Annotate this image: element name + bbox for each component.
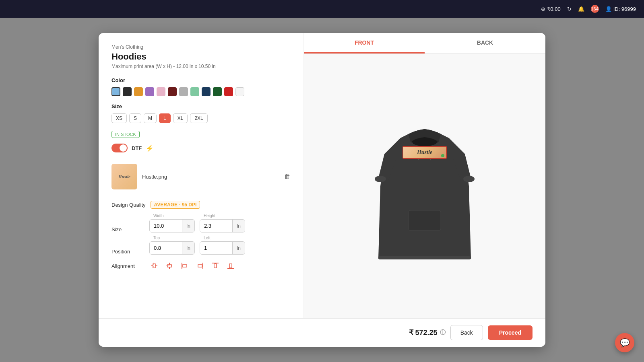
svg-rect-2 [153,264,155,268]
dtf-toggle[interactable] [111,144,128,152]
height-input-group: In [200,219,245,232]
top-input-group: In [149,241,195,255]
alignment-buttons [149,261,235,271]
svg-point-21 [375,176,386,182]
top-input[interactable] [150,242,182,254]
align-vertical-center-button[interactable] [165,261,174,271]
hoodie-image [368,106,481,267]
width-wrapper: Width In [149,217,195,232]
tab-back[interactable]: BACK [425,33,545,53]
left-wrapper: Left In [200,239,245,255]
refresh-item[interactable]: ↻ [567,6,572,12]
height-input[interactable] [200,220,232,232]
svg-rect-13 [214,264,217,268]
design-thumbnail: Hustle [111,164,137,189]
size-field-label: Size [111,217,140,232]
color-section: Color [111,77,291,96]
size-buttons: XS S M L XL 2XL [111,113,291,123]
left-input[interactable] [200,242,232,254]
align-bottom-button[interactable] [226,261,235,271]
color-swatch-7[interactable] [179,87,188,96]
size-xl[interactable]: XL [173,113,188,123]
color-swatch-8[interactable] [190,87,199,96]
color-swatch-5[interactable] [157,87,165,96]
align-top-button[interactable] [211,261,220,271]
tab-front[interactable]: FRONT [304,33,425,53]
refresh-icon: ↻ [567,6,572,12]
right-panel: FRONT BACK [304,33,545,318]
design-overlay[interactable]: Hustle [402,146,447,159]
align-right-button[interactable] [195,261,205,271]
user-id: ID: 96999 [613,6,636,12]
color-swatches [111,87,291,96]
user-icon: 👤 [605,6,612,12]
color-swatch-9[interactable] [202,87,211,96]
design-file-name: Hustle.png [142,174,279,180]
proceed-button[interactable]: Proceed [488,325,533,340]
page-title: Hoodies [111,51,291,62]
size-xs[interactable]: XS [111,113,127,123]
size-s[interactable]: S [129,113,141,123]
alignment-label: Alignment [111,263,140,269]
color-swatch-3[interactable] [134,87,143,96]
notification-item[interactable]: 🔔 [578,6,584,12]
width-label: Width [153,214,165,218]
alignment-row: Alignment [111,261,291,271]
size-label: Size [111,103,291,109]
breadcrumb: Men's Clothing [111,44,291,50]
price-value: ₹ 572.25 [409,328,438,337]
position-field-label: Position [111,239,140,255]
delete-design-icon[interactable]: 🗑 [284,173,291,180]
back-button[interactable]: Back [450,325,483,340]
left-panel: Men's Clothing Hoodies Maximum print are… [99,33,304,318]
size-m[interactable]: M [144,113,157,123]
svg-rect-16 [229,264,232,268]
modal-footer: ₹ 572.25 ⓘ Back Proceed [99,318,545,347]
width-input-group: In [149,219,195,232]
left-unit: In [232,242,245,254]
position-field-group: Top In Left In [149,239,245,255]
size-2xl[interactable]: 2XL [190,113,207,123]
dtf-label: DTF [132,145,142,151]
width-input[interactable] [150,220,182,232]
svg-rect-23 [378,256,471,259]
dtf-row: DTF ⚡ [111,144,291,152]
color-swatch-6[interactable] [168,87,177,96]
height-unit: In [232,220,245,232]
size-l[interactable]: L [159,113,171,123]
size-field-group: Width In Height In [149,217,245,232]
user-item[interactable]: 👤 ID: 96999 [605,6,636,12]
align-horizontal-center-button[interactable] [149,261,159,271]
height-label: Height [203,214,216,218]
color-swatch-11[interactable] [224,87,233,96]
bell-icon: 🔔 [578,6,584,12]
color-swatch-2[interactable] [123,87,132,96]
design-anchor-dot [441,154,444,157]
plus-icon: ⊕ [541,6,545,12]
width-unit: In [182,220,194,232]
chat-icon: 💬 [620,338,630,348]
align-left-button[interactable] [180,261,190,271]
size-fields-row: Size Width In Height In [111,217,291,232]
product-preview: Hustle [360,54,489,318]
preview-tabs: FRONT BACK [304,33,545,54]
chat-button[interactable]: 💬 [615,333,634,352]
price-info-icon[interactable]: ⓘ [440,329,446,336]
top-bar: ⊕ ₹0.00 ↻ 🔔 164 👤 ID: 96999 [0,0,644,18]
left-input-group: In [200,241,245,255]
svg-rect-18 [409,210,441,230]
stock-badge: IN STOCK [111,131,140,138]
notification-badge: 164 [591,5,599,13]
price-display: ₹ 572.25 ⓘ [409,328,446,337]
size-section: Size XS S M L XL 2XL [111,103,291,123]
print-area-info: Maximum print area (W x H) - 12.00 in x … [111,64,291,69]
color-swatch-12[interactable] [235,87,244,96]
color-swatch-10[interactable] [213,87,222,96]
color-swatch-1[interactable] [111,87,120,96]
balance-item[interactable]: ⊕ ₹0.00 [541,6,560,12]
color-swatch-4[interactable] [145,87,154,96]
top-label: Top [153,236,161,240]
balance-value: ₹0.00 [547,6,560,12]
height-wrapper: Height In [200,217,245,232]
quality-label: Design Quality [111,202,146,208]
